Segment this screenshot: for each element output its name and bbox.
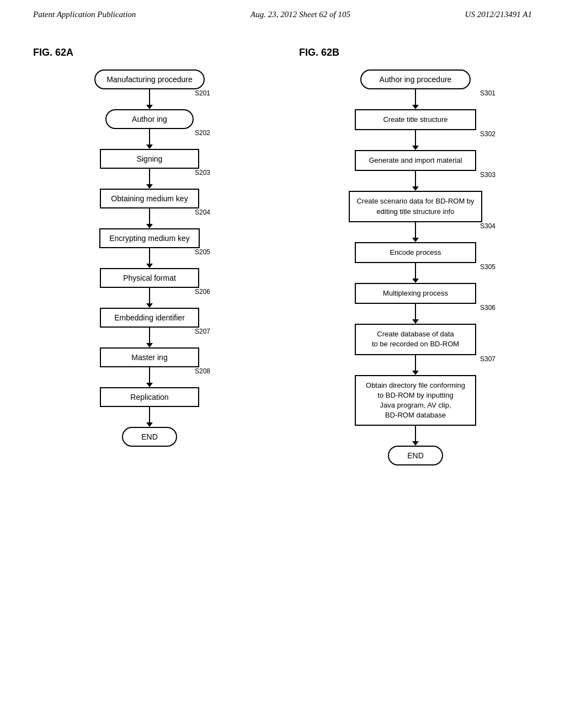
arrow-s201: S201 (94, 89, 205, 109)
node-s302: Generate and import material (355, 150, 476, 171)
start-box-62b: Author ing procedure (360, 69, 471, 89)
arrow-s303: S303 (341, 171, 490, 191)
node-s306: Create database of datato be recorded on… (355, 324, 476, 355)
step-label-s207: S207 (195, 328, 210, 335)
header-left: Patent Application Publication (33, 10, 136, 19)
arrow-end-62a (94, 407, 205, 427)
arrow-s208: S208 (94, 367, 205, 387)
box-signing: Signing (100, 149, 199, 169)
node-s206: Embedding identifier (100, 308, 199, 328)
node-s303: Create scenario data for BD-ROM byeditin… (349, 191, 482, 222)
arrow-head (146, 224, 153, 228)
start-box-62a: Manufacturing procedure (94, 69, 205, 89)
node-s304: Encode process (355, 242, 476, 263)
arrow-s306: S306 (341, 304, 490, 324)
step-label-s307: S307 (480, 355, 495, 363)
box-create-scenario-data: Create scenario data for BD-ROM byeditin… (349, 191, 482, 222)
end-node-62a: END (122, 427, 177, 447)
step-label-s304: S304 (480, 222, 495, 230)
arrow-s305: S305 (341, 263, 490, 283)
node-s205: Physical format (100, 268, 199, 288)
arrow-line (149, 367, 150, 383)
arrow-line (415, 222, 416, 238)
figure-62b: FIG. 62B Author ing procedure S301 Creat… (299, 47, 532, 465)
arrow-s307: S307 (341, 355, 490, 375)
box-embedding-identifier: Embedding identifier (100, 308, 199, 328)
box-mastering: Master ing (100, 347, 199, 367)
start-node-62b: Author ing procedure (360, 69, 471, 89)
arrow-line (149, 208, 150, 224)
arrow-s302: S302 (341, 130, 490, 150)
box-create-database: Create database of datato be recorded on… (355, 324, 476, 355)
arrow-head (146, 422, 153, 427)
arrow-head (146, 383, 153, 387)
step-label-s302: S302 (480, 130, 495, 138)
arrow-head (146, 303, 153, 308)
end-node-62b: END (388, 446, 443, 465)
arrow-s205: S205 (94, 248, 205, 268)
arrow-head (146, 105, 153, 109)
node-s204: Encrypting medium key (99, 228, 200, 248)
step-label-s204: S204 (195, 208, 210, 216)
arrow-s304: S304 (341, 222, 490, 242)
arrow-head (412, 105, 419, 109)
arrow-line (149, 169, 150, 184)
arrow-line (149, 129, 150, 144)
node-s305: Multiplexing process (355, 283, 476, 304)
box-multiplexing-process: Multiplexing process (355, 283, 476, 304)
arrow-s202: S202 (94, 129, 205, 149)
arrow-line (149, 407, 150, 422)
arrow-s203: S203 (94, 169, 205, 189)
arrow-head (412, 371, 419, 375)
box-replication: Replication (100, 387, 199, 407)
header-center: Aug. 23, 2012 Sheet 62 of 105 (250, 10, 350, 19)
flowchart-62a: Manufacturing procedure S201 Author ing (33, 69, 266, 447)
node-s203: Obtaining medium key (100, 189, 199, 208)
arrow-head (146, 184, 153, 189)
node-s207: Master ing (100, 347, 199, 367)
arrow-head (146, 264, 153, 268)
flowchart-62b: Author ing procedure S301 Create title s… (299, 69, 532, 465)
node-s202: Signing (100, 149, 199, 169)
end-box-62a: END (122, 427, 177, 447)
start-node-62a: Manufacturing procedure (94, 69, 205, 89)
arrow-line (149, 89, 150, 105)
arrow-head (412, 279, 419, 283)
fig62a-label: FIG. 62A (33, 47, 266, 58)
fig62b-label: FIG. 62B (299, 47, 532, 58)
arrow-head (412, 441, 419, 446)
step-label-s301: S301 (480, 89, 495, 97)
arrow-line (149, 288, 150, 303)
box-encode-process: Encode process (355, 242, 476, 263)
arrow-s207: S207 (94, 328, 205, 347)
arrow-s204: S204 (94, 208, 205, 228)
arrow-head (412, 186, 419, 191)
box-encrypting-medium-key: Encrypting medium key (99, 228, 200, 248)
box-authoring: Author ing (105, 109, 194, 129)
main-content: FIG. 62A Manufacturing procedure S201 Au… (0, 25, 565, 488)
box-generate-import-material: Generate and import material (355, 150, 476, 171)
arrow-head (412, 146, 419, 150)
node-s201: Author ing (105, 109, 194, 129)
arrow-head (412, 238, 419, 242)
step-label-s206: S206 (195, 288, 210, 296)
arrow-line (415, 263, 416, 279)
step-label-s303: S303 (480, 171, 495, 179)
arrow-head (146, 343, 153, 347)
step-label-s205: S205 (195, 248, 210, 256)
arrow-line (415, 355, 416, 371)
arrow-line (149, 248, 150, 264)
arrow-line (415, 89, 416, 105)
step-label-s306: S306 (480, 304, 495, 312)
step-label-s201: S201 (195, 89, 210, 97)
step-label-s203: S203 (195, 169, 210, 176)
arrow-line (415, 426, 416, 441)
arrow-line (415, 304, 416, 319)
box-obtain-directory: Obtain directory file conformingto BD-RO… (355, 375, 476, 426)
step-label-s305: S305 (480, 263, 495, 271)
arrow-head (146, 144, 153, 149)
box-obtaining-medium-key: Obtaining medium key (100, 189, 199, 208)
page-header: Patent Application Publication Aug. 23, … (0, 0, 565, 25)
node-s208: Replication (100, 387, 199, 407)
arrow-end-62b (341, 426, 490, 446)
